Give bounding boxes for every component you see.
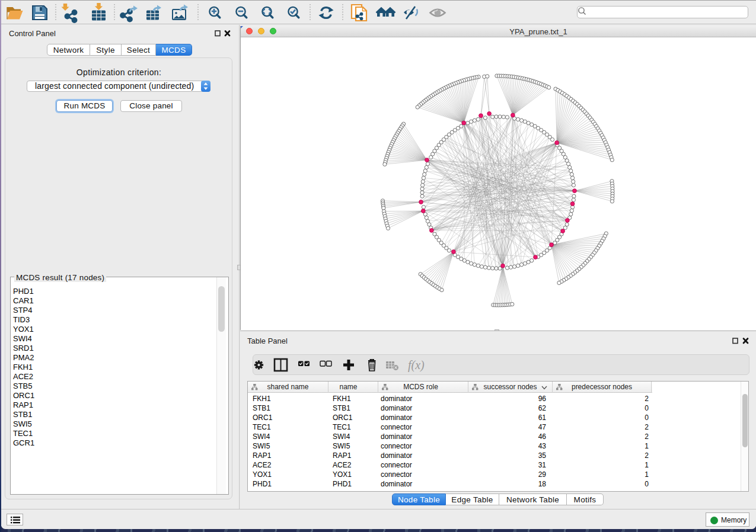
svg-text:f(x): f(x) — [408, 358, 425, 372]
